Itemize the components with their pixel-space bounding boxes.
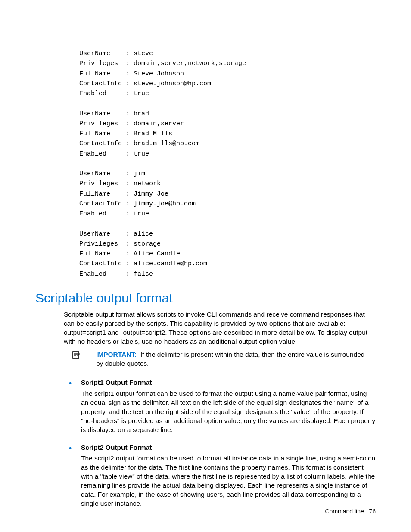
code-output-block: UserName : steve Privileges : domain,ser… [79, 49, 246, 279]
bullet-body: The script1 output format can be used to… [81, 389, 376, 435]
note-icon [72, 351, 81, 359]
page-footer: Command line 76 [325, 507, 376, 516]
bullet-body: The script2 output format can be used to… [81, 454, 376, 508]
section-heading: Scriptable output format [35, 289, 173, 307]
note-body: If the delimiter is present within the d… [96, 351, 364, 367]
bullet-title: Script1 Output Format [81, 378, 376, 387]
note-label: IMPORTANT: [96, 351, 137, 358]
page: UserName : steve Privileges : domain,ser… [0, 0, 411, 532]
footer-page: 76 [369, 508, 376, 515]
list-item: Script1 Output Format The script1 output… [64, 378, 376, 435]
footer-section: Command line [325, 508, 364, 515]
list-item: Script2 Output Format The script2 output… [64, 443, 376, 508]
important-note: IMPORTANT: If the delimiter is present w… [72, 350, 376, 373]
note-text: IMPORTANT: If the delimiter is present w… [96, 350, 372, 368]
bullet-title: Script2 Output Format [81, 443, 376, 452]
intro-paragraph: Scriptable output format allows scripts … [64, 310, 376, 346]
svg-rect-0 [73, 352, 79, 358]
bullet-list: Script1 Output Format The script1 output… [64, 378, 376, 517]
